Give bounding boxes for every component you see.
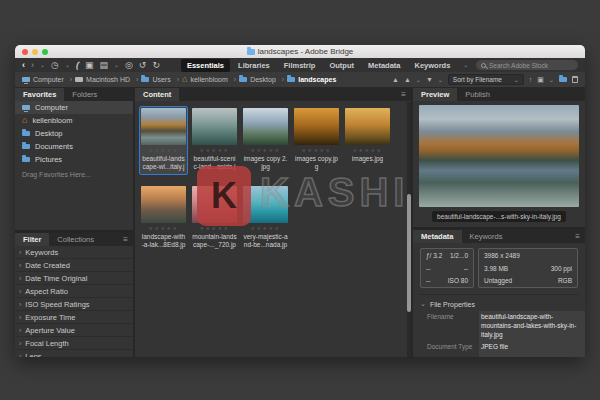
thumbnail-card[interactable]: ★★★★★ landscape-with-a-lak...8Ed8.jpg (139, 184, 188, 253)
rating-stars[interactable]: ★★★★★ (353, 148, 383, 153)
forward-icon[interactable]: › (31, 61, 34, 70)
workspace-tab[interactable]: Metadata (362, 59, 407, 72)
rating-stars[interactable]: ★★★★★ (200, 148, 230, 153)
sort-ascending-icon[interactable]: ↑ (529, 76, 533, 83)
filter-tab[interactable]: Filter (15, 233, 49, 246)
thumbnail-image[interactable] (141, 108, 186, 145)
favorites-item[interactable]: kellenbloom (15, 114, 133, 127)
rating-stars[interactable]: ★★★★★ (200, 226, 230, 231)
preview-tab[interactable]: Publish (457, 88, 498, 101)
thumbnail-filename: landscape-with-a-lak...8Ed8.jpg (141, 233, 186, 251)
close-window-button[interactable] (22, 49, 28, 55)
thumbnail-card[interactable]: ★★★★★ beautiful-landscape-wl...italy.jpg (139, 106, 188, 175)
filter-row[interactable]: › Date Created (15, 259, 133, 272)
filter-menu-icon[interactable]: ≡ (118, 233, 133, 246)
filter-row[interactable]: › Date Time Original (15, 272, 133, 285)
breadcrumb-item[interactable]: Computer › (22, 76, 75, 83)
sort-dropdown[interactable]: Sort by Filename ⌄ (448, 74, 524, 85)
rotate-left-icon[interactable]: ↺ (139, 61, 147, 70)
import-chevron-icon[interactable]: ⌄ (549, 77, 554, 83)
filter-row[interactable]: › Keywords (15, 246, 133, 259)
expand-caret-icon: › (19, 262, 21, 269)
favorites-tab[interactable]: Favorites (15, 88, 64, 101)
thumbnail-image[interactable] (345, 108, 390, 145)
import-camera-icon[interactable]: ▣ (537, 76, 544, 83)
new-folder-icon[interactable] (559, 77, 567, 82)
filter-funnel-icon[interactable]: ▼ (426, 76, 433, 83)
thumbnail-image[interactable] (243, 108, 288, 145)
breadcrumb-item[interactable]: Macintosh HD › (75, 76, 141, 83)
thumbnail-card[interactable]: ★★★★★ images copy.jpg (292, 106, 341, 175)
rating-stars[interactable]: ★★★★★ (149, 226, 179, 231)
breadcrumb-item[interactable]: Users › (141, 76, 182, 83)
back-icon[interactable]: ‹ (22, 61, 25, 70)
rating-stars[interactable]: ★★★★★ (251, 148, 281, 153)
favorites-item[interactable]: Desktop (15, 127, 133, 140)
rating-stars[interactable]: ★★★★★ (149, 148, 179, 153)
boomerang-return-icon[interactable]: ( (75, 60, 80, 69)
batch-icon[interactable]: ▤ (99, 61, 108, 70)
filter-row[interactable]: › Focal Length (15, 337, 133, 350)
workspace-tab[interactable]: Keywords (409, 59, 457, 72)
filter-rating-icon[interactable]: ▲ (392, 76, 399, 83)
metadata-tab[interactable]: Keywords (462, 230, 511, 243)
traffic-lights (22, 45, 48, 58)
rating-chevron-icon[interactable]: ⌄ (416, 77, 421, 83)
workspace-tab[interactable]: Essentials (181, 59, 230, 72)
preview-image[interactable] (419, 105, 579, 207)
nav-chevron-icon[interactable]: ⌄ (40, 62, 45, 68)
refine-icon[interactable]: ◎ (125, 61, 133, 70)
desktop-background: landscapes - Adobe Bridge ‹ › ⌄ ◷ ⌄ ( ▣ … (0, 0, 600, 400)
favorites-tab[interactable]: Folders (64, 88, 105, 101)
thumbnail-card[interactable]: ★★★★★ images.jpg (343, 106, 392, 175)
filter-row[interactable]: › Aperture Value (15, 324, 133, 337)
breadcrumb-item[interactable]: landscapes › (287, 76, 336, 83)
filter-row[interactable]: › ISO Speed Ratings (15, 298, 133, 311)
content-tab[interactable]: Content (135, 88, 179, 101)
metadata-row-value[interactable]: Adobe Photoshop CC 2017 (479, 354, 585, 357)
trash-icon[interactable] (572, 76, 578, 83)
file-properties-header[interactable]: ⌄ File Properties (420, 294, 578, 308)
funnel-chevron-icon[interactable]: ⌄ (438, 77, 443, 83)
rotate-right-icon[interactable]: ↻ (152, 61, 160, 70)
filter-row[interactable]: › Lens (15, 350, 133, 357)
minimize-window-button[interactable] (32, 49, 38, 55)
workspace-tab[interactable]: Libraries (232, 59, 276, 72)
metadata-row-value[interactable]: JPEG file (479, 341, 585, 354)
rating-stars[interactable]: ★★★★★ (251, 226, 281, 231)
breadcrumb-separator-icon: › (70, 76, 72, 83)
filter-tab[interactable]: Collections (49, 233, 102, 246)
recent-chevron-icon[interactable]: ⌄ (65, 62, 70, 68)
metadata-tab[interactable]: Metadata (413, 230, 462, 243)
filter-row-label: Lens (25, 352, 41, 358)
workspace-tab[interactable]: Output (323, 59, 360, 72)
recent-files-clock-icon[interactable]: ◷ (51, 61, 59, 70)
content-menu-icon[interactable]: ≡ (396, 88, 411, 101)
thumbnail-card[interactable]: ★★★★★ images copy 2.jpg (241, 106, 290, 175)
filter-row[interactable]: › Aspect Ratio (15, 285, 133, 298)
filter-row[interactable]: › Exposure Time (15, 311, 133, 324)
favorites-item[interactable]: Pictures (15, 153, 133, 166)
favorites-item[interactable]: Documents (15, 140, 133, 153)
workspace-chevron-icon[interactable]: ⌄ (463, 62, 468, 68)
thumbnail-card[interactable]: ★★★★★ beautiful-scenic-land...apids.jpg (190, 106, 239, 175)
breadcrumb-item[interactable]: kellenbloom › (182, 76, 239, 83)
workspace-tab[interactable]: Filmstrip (278, 59, 322, 72)
thumbnail-image[interactable] (141, 186, 186, 223)
batch-chevron-icon[interactable]: ⌄ (114, 62, 119, 68)
search-input[interactable] (489, 62, 573, 69)
folder-icon (287, 77, 295, 82)
window-titlebar[interactable]: landscapes - Adobe Bridge (15, 45, 585, 58)
thumbnail-image[interactable] (294, 108, 339, 145)
metadata-menu-icon[interactable]: ≡ (570, 230, 585, 243)
content-scrollbar[interactable] (407, 102, 411, 357)
zoom-window-button[interactable] (42, 49, 48, 55)
favorites-item[interactable]: Computer (15, 101, 133, 114)
breadcrumb-item[interactable]: Desktop › (239, 76, 287, 83)
thumbnail-image[interactable] (192, 108, 237, 145)
preview-tab[interactable]: Preview (413, 88, 457, 101)
get-photos-camera-icon[interactable]: ▣ (85, 61, 94, 70)
metadata-row-value[interactable]: beautiful-landscape-with-mountains-and-l… (479, 311, 585, 341)
rating-stars[interactable]: ★★★★★ (302, 148, 332, 153)
filter-rating-menu-icon[interactable]: ▲ (404, 76, 411, 83)
